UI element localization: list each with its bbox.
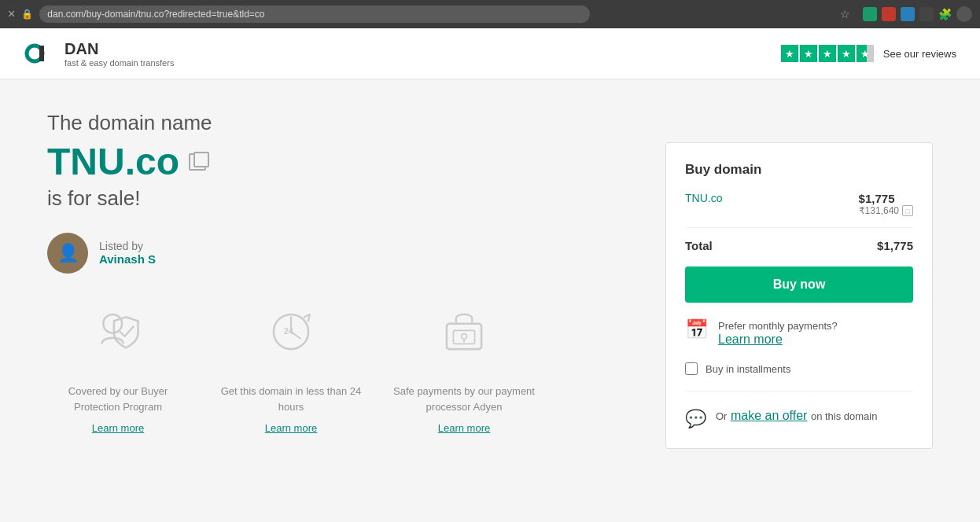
dan-logo-icon [24,37,57,70]
url-bar[interactable]: dan.com/buy-domain/tnu.co?redirected=tru… [39,6,590,23]
ext-icon-1 [863,7,877,21]
feature-24hours-link[interactable]: Learn more [265,422,317,434]
browser-chrome: × 🔒 dan.com/buy-domain/tnu.co?redirected… [0,0,980,28]
trustpilot-stars: ★ ★ ★ ★ ★ [781,45,874,62]
offer-prefix: Or [716,410,727,422]
offer-text-block: Or make an offer on this domain [716,409,877,423]
profile-avatar[interactable] [956,6,972,22]
total-label: Total [685,239,713,252]
seller-avatar: 👤 [47,233,88,274]
logo-text: DAN fast & easy domain transfers [64,40,174,68]
listed-by-section: 👤 Listed by Avinash S [47,233,634,274]
make-offer-section: 💬 Or make an offer on this domain [685,403,913,429]
buy-panel: Buy domain TNU.co $1,775 ₹131,640 □ Tota… [665,142,933,449]
calendar-icon: 📅 [685,318,709,340]
payment-lock-icon [393,305,535,374]
price-usd: $1,775 [859,192,913,205]
svg-point-2 [103,314,122,333]
features-row: Covered by our Buyer Protection Program … [47,305,634,435]
make-offer-link[interactable]: make an offer [731,409,808,422]
offer-chat-icon: 💬 [685,409,706,429]
seller-name-link[interactable]: Avinash S [99,252,156,266]
monthly-payments-section: 📅 Prefer monthly payments? Learn more [685,318,913,347]
see-reviews-label[interactable]: See our reviews [883,48,956,60]
svg-rect-1 [39,46,44,61]
for-sale-text: is for sale! [47,186,634,211]
shield-icon [47,305,189,374]
monthly-heading: Prefer monthly payments? [718,320,838,332]
feature-safe-payments: Safe payments by our payment processor A… [393,305,535,435]
panel-divider-2 [685,391,913,392]
main-content: The domain name TNU.co is for sale! 👤 Li… [0,79,980,480]
feature-safe-payments-link[interactable]: Learn more [438,422,490,434]
domain-name-display: TNU.co [47,140,634,183]
seller-info: Listed by Avinash S [99,240,156,267]
offer-suffix: on this domain [811,410,878,422]
feature-buyer-protection-text: Covered by our Buyer Protection Program [47,384,189,414]
installment-row: Buy in installments [685,359,913,375]
logo-area: DAN fast & easy domain transfers [24,37,174,70]
monthly-text-block: Prefer monthly payments? Learn more [718,318,838,347]
svg-rect-7 [447,324,481,349]
buy-now-button[interactable]: Buy now [685,267,913,303]
browser-close-button[interactable]: × [8,7,15,21]
monthly-learn-more-link[interactable]: Learn more [718,333,783,346]
feature-24hours-text: Get this domain in less than 24 hours [220,384,362,414]
price-inr: ₹131,640 □ [859,205,913,216]
domain-name-text: TNU.co [47,140,179,183]
buy-panel-title: Buy domain [685,162,913,178]
site-header: DAN fast & easy domain transfers ★ ★ ★ ★… [0,28,980,79]
star-2: ★ [800,45,817,62]
price-block: $1,775 ₹131,640 □ [859,192,913,216]
svg-point-9 [462,334,467,340]
installment-label: Buy in installments [706,363,790,375]
extensions-puzzle-icon[interactable]: 🧩 [938,8,952,20]
panel-domain-label: TNU.co [685,192,722,204]
ext-icon-2 [882,7,896,21]
logo-subtitle: fast & easy domain transfers [64,58,174,68]
star-5: ★ [857,45,874,62]
ext-icon-3 [901,7,915,21]
lock-icon: 🔒 [21,9,33,20]
domain-intro-text: The domain name [47,111,634,135]
bookmark-icon[interactable]: ☆ [840,8,850,20]
star-1: ★ [781,45,798,62]
clock-24-icon: 24 [220,305,362,374]
listed-by-label: Listed by [99,240,156,252]
svg-text:24: 24 [284,326,294,336]
star-4: ★ [838,45,855,62]
copy-domain-icon[interactable] [189,153,206,171]
total-price: $1,775 [877,239,913,252]
logo-name: DAN [64,40,174,58]
feature-24hours: 24 Get this domain in less than 24 hours… [220,305,362,435]
feature-buyer-protection-link[interactable]: Learn more [92,422,144,434]
ext-icon-4 [919,7,934,21]
inr-info-icon[interactable]: □ [902,205,913,216]
total-row: Total $1,775 [685,239,913,252]
star-3: ★ [819,45,836,62]
domain-price-row: TNU.co $1,775 ₹131,640 □ [685,192,913,216]
feature-safe-payments-text: Safe payments by our payment processor A… [393,384,535,414]
feature-buyer-protection: Covered by our Buyer Protection Program … [47,305,189,435]
header-right: ★ ★ ★ ★ ★ See our reviews [781,45,956,62]
installment-checkbox[interactable] [685,362,698,375]
extension-icons: 🧩 [863,6,972,22]
left-section: The domain name TNU.co is for sale! 👤 Li… [47,111,634,449]
panel-divider [685,227,913,228]
